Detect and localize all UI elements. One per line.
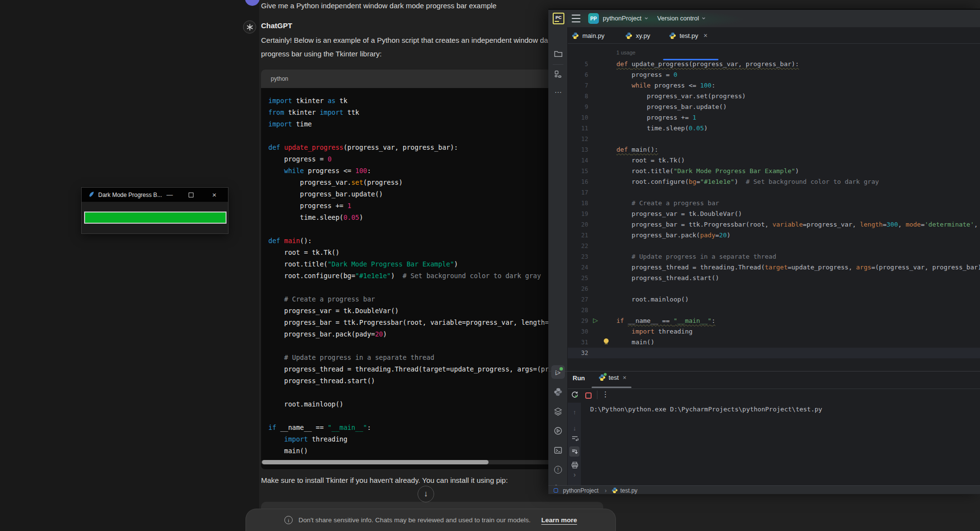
chevron-down-icon (701, 16, 706, 20)
editor-code-content: def update_progress(progress_var, progre… (616, 59, 980, 358)
running-indicator-dot (603, 372, 607, 376)
project-folder-icon[interactable] (553, 49, 563, 58)
close-tab-icon[interactable]: × (703, 32, 707, 39)
scroll-to-bottom-button[interactable]: ↓ (418, 486, 434, 502)
line-number-gutter: 5678910111213141516171819202122232425262… (568, 59, 588, 358)
python-console-icon[interactable] (553, 387, 563, 397)
user-avatar (245, 0, 260, 6)
run-panel-title: Run (573, 374, 585, 382)
tab-label: test.py (680, 32, 698, 39)
run-header-divider (568, 389, 980, 389)
tool-window-strip: ⋯ ▷ ! (548, 27, 568, 485)
exclamation-icon: ! (554, 466, 562, 474)
code-language-label: python (271, 75, 288, 82)
tkinter-window: Dark Mode Progress B... — × (81, 187, 228, 234)
python-file-icon (669, 32, 676, 39)
info-icon: i (284, 516, 293, 524)
assistant-outro-text: Make sure to install Tkinter if you have… (261, 476, 508, 484)
pycharm-titlebar[interactable]: PC PP pythonProject Version control (548, 10, 980, 27)
assistant-text-line2: progress bar using the Tkinter library: (261, 50, 382, 58)
code-hscrollbar-thumb[interactable] (262, 460, 489, 464)
status-bar: pythonProject › test.py (548, 485, 980, 494)
assistant-name: ChatGPT (261, 21, 292, 30)
up-stacktrace-icon[interactable]: ↑ (570, 407, 579, 416)
tab-label: xy.py (636, 32, 650, 39)
close-run-tab-icon[interactable]: × (623, 374, 627, 381)
breadcrumb-file[interactable]: test.py (620, 487, 637, 494)
tab-test-py[interactable]: test.py × (669, 27, 707, 44)
tab-label: main.py (582, 32, 605, 39)
problems-icon[interactable]: ! (553, 465, 563, 475)
tk-maximize-button[interactable] (183, 188, 199, 202)
print-icon[interactable] (570, 460, 579, 469)
assistant-text-line1: Certainly! Below is an example of a Pyth… (261, 36, 575, 44)
pycharm-logo-icon: PC (553, 13, 564, 24)
learn-more-link[interactable]: Learn more (542, 516, 578, 524)
tool-window-layout-icon[interactable] (554, 488, 558, 493)
soft-wrap-icon[interactable] (570, 434, 579, 442)
python-run-icon (598, 374, 606, 381)
python-file-icon (572, 32, 579, 39)
tab-xy-py[interactable]: xy.py (625, 27, 650, 44)
chatgpt-avatar (243, 20, 256, 34)
intention-bulb-icon[interactable] (604, 338, 609, 343)
run-panel-divider[interactable] (548, 371, 980, 372)
console-output: D:\Python\python.exe D:\PycharmProjects\… (590, 406, 822, 413)
terminal-icon[interactable] (553, 445, 563, 455)
code-editor[interactable]: 1 usage 56789101112131415161718192021222… (568, 44, 980, 371)
chevron-down-icon (644, 16, 648, 20)
maximize-icon (189, 193, 193, 197)
tk-close-button[interactable]: × (206, 188, 223, 202)
toolbar-divider (597, 390, 597, 399)
tk-minimize-button[interactable]: — (161, 188, 178, 202)
breadcrumb-project[interactable]: pythonProject (563, 487, 598, 494)
run-gutter-icon[interactable]: ▷ (593, 317, 598, 324)
version-control-label: Version control (657, 15, 699, 22)
breadcrumb-separator: › (605, 487, 607, 494)
running-indicator-dot (560, 367, 563, 371)
disclaimer-text: Don't share sensitive info. Chats may be… (298, 516, 531, 524)
stop-button[interactable] (585, 392, 592, 399)
services-layers-icon[interactable] (553, 407, 563, 416)
strip-divider (553, 64, 563, 65)
openai-logo-icon (246, 23, 254, 31)
tk-window-title: Dark Mode Progress B... (98, 192, 162, 198)
tk-progress-bar (84, 212, 227, 224)
pycharm-window: PC PP pythonProject Version control main… (548, 9, 980, 494)
version-control-menu[interactable]: Version control (657, 15, 706, 22)
project-selector[interactable]: pythonProject (603, 15, 648, 22)
editor-tab-bar: main.py xy.py test.py × (548, 27, 980, 44)
run-tool-window-button[interactable]: ▷ (551, 365, 565, 379)
main-menu-button[interactable] (572, 15, 580, 22)
run-console-tab[interactable]: test × (598, 374, 627, 381)
python-feather-icon (88, 191, 95, 198)
python-file-icon (612, 487, 618, 494)
rerun-button[interactable] (571, 390, 579, 399)
project-name: pythonProject (603, 15, 642, 22)
down-stacktrace-icon[interactable]: ↓ (570, 424, 579, 432)
arrow-down-icon: ↓ (424, 489, 428, 499)
python-file-icon (625, 32, 632, 39)
project-badge[interactable]: PP (588, 13, 599, 24)
more-options-icon[interactable]: ⋮ (602, 390, 609, 399)
run-tab-label: test (609, 374, 619, 381)
tab-main-py[interactable]: main.py (572, 27, 605, 44)
more-tool-windows-icon[interactable]: ⋯ (553, 88, 563, 97)
play-circle-icon[interactable] (553, 426, 563, 436)
collapse-chevron-icon[interactable]: › (570, 470, 579, 479)
pycharm-logo-text: PC (556, 15, 562, 20)
user-message: Give me a Python independent window dark… (261, 1, 496, 10)
usage-hint[interactable]: 1 usage (616, 50, 635, 55)
scroll-to-end-icon[interactable] (570, 447, 579, 456)
disclaimer-bar: i Don't share sensitive info. Chats may … (245, 509, 616, 531)
run-tab-indicator (592, 387, 631, 388)
structure-icon[interactable] (553, 69, 563, 79)
